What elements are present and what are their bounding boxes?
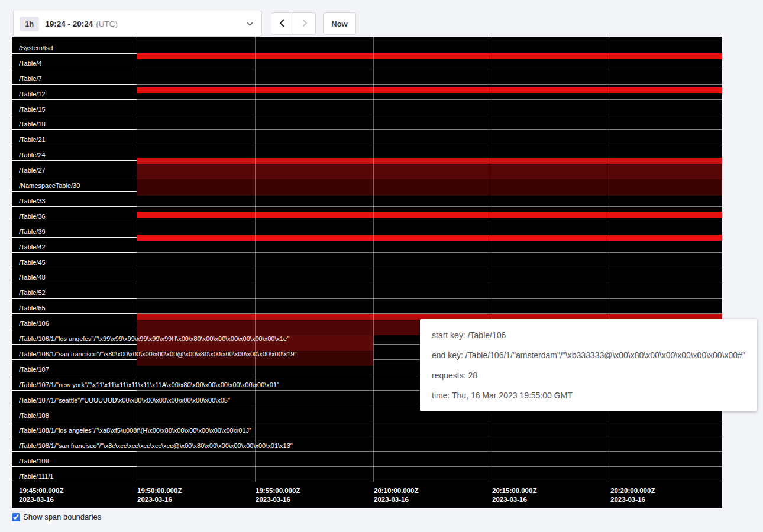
span-boundary-label-segment <box>12 129 137 130</box>
heatmap-canvas[interactable]: /System/tsd/Table/4/Table/7/Table/12/Tab… <box>12 37 722 508</box>
span-boundary-label-segment <box>12 222 137 222</box>
span-boundary-label-segment <box>12 451 137 452</box>
span-boundary-label-segment <box>12 298 137 299</box>
span-boundary-label-segment <box>12 145 137 145</box>
span-boundary-label-segment <box>12 206 137 207</box>
span-boundary-label-segment <box>12 436 137 436</box>
row-label: /Table/48 <box>19 273 46 281</box>
row-label: /Table/106/1/"los angeles"/"\x99\x99\x99… <box>19 335 289 343</box>
span-boundary-label-segment <box>12 329 137 329</box>
span-boundary-label-segment <box>12 191 137 192</box>
span-boundary-label-segment <box>12 421 137 421</box>
row-label: /Table/108/1/"san francisco"/"\x8c\xcc\x… <box>19 442 293 450</box>
row-label: /System/tsd <box>19 44 53 52</box>
interval-nav-group <box>271 12 316 35</box>
heat-band <box>137 158 722 164</box>
x-tick-date: 2023-03-16 <box>19 496 54 503</box>
span-boundary-label-segment <box>12 84 137 85</box>
x-tick-time: 20:20:00.000Z <box>610 487 655 494</box>
row-label: /Table/27 <box>19 166 46 174</box>
x-tick-date: 2023-03-16 <box>256 496 290 503</box>
heat-band <box>137 53 722 59</box>
x-tick-time: 20:10:00.000Z <box>374 487 418 494</box>
tooltip-time: time: Thu, 16 Mar 2023 19:55:00 GMT <box>432 385 745 406</box>
row-label: /Table/7 <box>19 74 42 83</box>
now-button[interactable]: Now <box>323 12 356 35</box>
time-gridline <box>373 37 374 482</box>
span-boundary-label-segment <box>12 237 137 238</box>
range-timezone-label: (UTC) <box>96 20 118 28</box>
row-label: /Table/18 <box>19 120 46 128</box>
row-label: /Table/21 <box>19 135 46 144</box>
row-label: /Table/24 <box>19 151 46 159</box>
heat-band <box>137 235 722 241</box>
x-tick-date: 2023-03-16 <box>610 496 645 503</box>
row-label: /NamespaceTable/30 <box>19 181 80 190</box>
x-tick-time: 19:55:00.000Z <box>256 487 300 494</box>
row-label: /Table/39 <box>19 228 46 236</box>
time-gridline <box>492 37 492 482</box>
span-boundary-label-segment <box>12 390 137 391</box>
span-boundary-label-segment <box>12 482 137 482</box>
x-tick-time: 20:15:00.000Z <box>492 487 536 494</box>
row-label: /Table/107/1/"new york"/"\x11\x11\x11\x1… <box>19 381 279 389</box>
row-label: /Table/42 <box>19 243 46 251</box>
next-interval-button[interactable] <box>293 12 316 35</box>
row-label: /Table/52 <box>19 288 46 297</box>
row-label: /Table/111/1 <box>19 472 53 481</box>
x-tick-time: 19:45:00.000Z <box>19 487 63 494</box>
chevron-left-icon <box>279 18 285 30</box>
time-toolbar: 1h 19:24 - 20:24 (UTC) Now <box>13 11 356 37</box>
span-boundary-label-segment <box>12 252 137 253</box>
chevron-down-icon <box>247 22 253 26</box>
x-tick-date: 2023-03-16 <box>492 496 527 503</box>
tooltip-end-key: end key: /Table/106/1/"amsterdam"/"\xb33… <box>432 345 745 365</box>
show-span-boundaries-toggle[interactable]: Show span boundaries <box>12 512 101 521</box>
x-tick-date: 2023-03-16 <box>137 496 172 503</box>
span-boundary-label-segment <box>12 69 137 69</box>
row-label: /Table/55 <box>19 304 46 312</box>
row-label: /Table/15 <box>19 105 46 113</box>
row-label: /Table/108/1/"los angeles"/"\xa8\xf5\u00… <box>19 426 251 434</box>
row-label: /Table/106/1/"san francisco"/"\x80\x00\x… <box>19 350 297 358</box>
range-duration-badge: 1h <box>20 17 39 31</box>
span-boundary-label-segment <box>12 375 137 375</box>
chevron-right-icon <box>302 18 308 30</box>
row-label: /Table/106 <box>19 319 49 327</box>
span-boundary-label-segment <box>12 466 137 467</box>
row-label: /Table/4 <box>19 59 42 67</box>
span-boundary-label-segment <box>12 115 137 115</box>
heat-band <box>137 179 722 196</box>
span-boundary-label-segment <box>12 176 137 176</box>
row-label: /Table/109 <box>19 457 49 465</box>
range-label: 19:24 - 20:24 <box>45 20 93 28</box>
show-span-boundaries-checkbox[interactable] <box>12 513 20 521</box>
time-range-selector[interactable]: 1h 19:24 - 20:24 (UTC) <box>13 11 262 37</box>
row-label: /Table/107/1/"seattle"/"UUUUUUD\x00\x80\… <box>19 396 230 404</box>
row-label: /Table/45 <box>19 258 46 267</box>
span-boundary-label-segment <box>12 406 137 406</box>
row-label: /Table/107 <box>19 365 49 374</box>
time-gridline <box>137 37 137 482</box>
span-boundary-label-segment <box>12 99 137 100</box>
time-gridline <box>255 37 256 482</box>
tooltip-requests: requests: 28 <box>432 365 745 385</box>
span-tooltip: start key: /Table/106 end key: /Table/10… <box>420 319 757 411</box>
span-boundary-label-segment <box>12 38 137 38</box>
span-boundary-label-segment <box>12 359 137 360</box>
show-span-boundaries-label: Show span boundaries <box>23 512 101 521</box>
row-label: /Table/36 <box>19 212 46 220</box>
span-boundary-label-segment <box>12 268 137 268</box>
tooltip-start-key: start key: /Table/106 <box>432 325 745 345</box>
span-boundary-label-segment <box>12 283 137 283</box>
row-label: /Table/108 <box>19 411 49 420</box>
heat-band <box>137 164 722 179</box>
span-boundary-label-segment <box>12 313 137 314</box>
row-label: /Table/33 <box>19 197 46 205</box>
heat-band <box>137 212 722 218</box>
span-boundary-label-segment <box>12 53 137 54</box>
x-tick-time: 19:50:00.000Z <box>137 487 182 494</box>
heat-band <box>137 87 722 93</box>
x-tick-date: 2023-03-16 <box>374 496 409 503</box>
prev-interval-button[interactable] <box>271 12 293 35</box>
